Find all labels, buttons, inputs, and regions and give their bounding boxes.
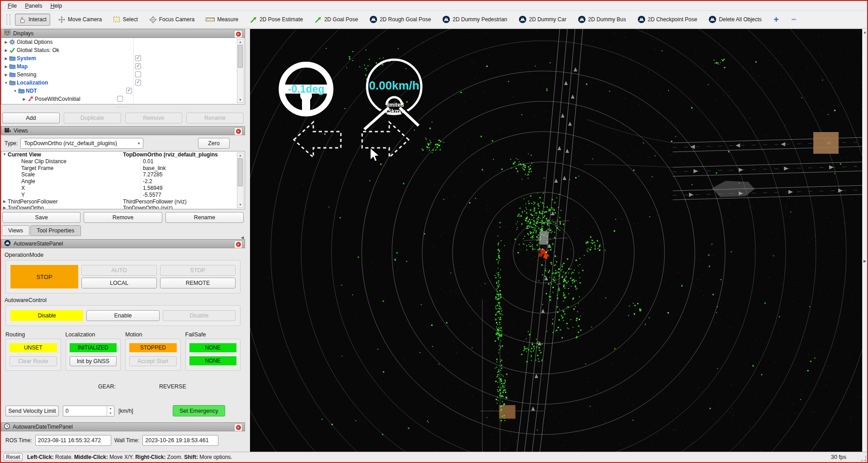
- zero-button[interactable]: Zero: [198, 138, 230, 149]
- tool-2d-dummy-car-button[interactable]: 2D Dummy Car: [515, 13, 570, 26]
- enable-checkbox[interactable]: [135, 55, 141, 61]
- datetime-panel-titlebar[interactable]: AutowareDateTimePanel: [1, 422, 245, 431]
- expander-icon[interactable]: ▶: [1, 198, 8, 205]
- scrollbar[interactable]: ▲▼: [237, 152, 244, 208]
- scroll-up-icon[interactable]: ▲: [237, 153, 243, 158]
- spinner-buttons[interactable]: [107, 406, 114, 416]
- splitter-handle[interactable]: [1, 104, 245, 109]
- spin-down-icon[interactable]: [107, 411, 114, 416]
- spin-up-icon[interactable]: [107, 406, 114, 411]
- dock-arrow-up-icon[interactable]: ▲: [863, 31, 867, 34]
- view-property-near-clip-distance[interactable]: Near Clip Distance0.01: [1, 158, 245, 165]
- expander-icon[interactable]: ▶: [3, 40, 9, 44]
- scroll-track[interactable]: [237, 158, 243, 202]
- view-property-angle[interactable]: Angle-2.2: [1, 178, 245, 185]
- tool-2d-goal-pose-button[interactable]: 2D Goal Pose: [311, 14, 362, 26]
- tool-2d-dummy-pedestrian-button[interactable]: 2D Dummy Pedestrian: [439, 13, 511, 26]
- dock-collapse-left-icon[interactable]: ◀: [241, 236, 244, 240]
- expander-icon[interactable]: ▶: [3, 48, 9, 52]
- init-by-gnss-button[interactable]: Init by GNSS: [70, 356, 117, 366]
- state-panel-titlebar[interactable]: AutowareStatePanel: [1, 239, 245, 248]
- property-value[interactable]: 7.27285: [141, 171, 245, 178]
- velocity-limit-input[interactable]: 0: [63, 406, 114, 416]
- expander-icon[interactable]: ▼: [1, 151, 8, 158]
- enable-checkbox[interactable]: [117, 96, 123, 102]
- displays-close-button[interactable]: [234, 30, 242, 38]
- tool-delete-all-objects-button[interactable]: Delete All Objects: [705, 13, 765, 26]
- scroll-track[interactable]: [237, 45, 243, 97]
- display-row-global-status-ok[interactable]: ▶Global Status: Ok: [1, 46, 245, 54]
- tool-2d-dummy-bus-button[interactable]: 2D Dummy Bus: [574, 13, 630, 26]
- remote-mode-button[interactable]: REMOTE: [160, 278, 236, 288]
- tool-focus-camera-button[interactable]: Focus Camera: [146, 14, 198, 26]
- tool-move-camera-button[interactable]: Move Camera: [54, 14, 105, 26]
- scroll-thumb[interactable]: [238, 158, 243, 186]
- property-value[interactable]: base_link: [141, 165, 245, 172]
- property-value[interactable]: -5.5577: [141, 192, 245, 198]
- expander-icon[interactable]: ▼: [12, 89, 18, 93]
- view-property-x[interactable]: X1.56949: [1, 185, 245, 192]
- expander-icon[interactable]: ▶: [1, 205, 8, 209]
- wall-time-field[interactable]: 2023-10-26 19:18:53.461: [142, 435, 218, 446]
- menu-file[interactable]: File: [4, 2, 21, 10]
- scroll-down-icon[interactable]: ▼: [237, 202, 243, 208]
- 3d-viewport[interactable]: -0.1deg0.00km/hlimited15km/h: [250, 29, 862, 452]
- enable-checkbox[interactable]: [126, 88, 132, 94]
- tool-interact-button[interactable]: Interact: [15, 14, 50, 26]
- set-emergency-button[interactable]: Set Emergency: [173, 405, 225, 416]
- scrollbar[interactable]: ▲▼: [237, 39, 244, 103]
- tool-2d-rough-goal-pose-button[interactable]: 2D Rough Goal Pose: [366, 13, 434, 26]
- view-property-topdownortho[interactable]: ▶TopDownOrthoTopDownOrtho (rviz): [1, 205, 245, 209]
- view-property-thirdpersonfollower[interactable]: ▶ThirdPersonFollowerThirdPersonFollower …: [1, 198, 245, 205]
- view-property-target-frame[interactable]: Target Framebase_link: [1, 165, 245, 172]
- property-value[interactable]: -2.2: [141, 178, 245, 185]
- tool--button[interactable]: [769, 14, 783, 25]
- view-type-dropdown[interactable]: TopDownOrtho (rviz_default_plugins): [20, 138, 143, 149]
- enable-checkbox[interactable]: [135, 71, 141, 77]
- scroll-thumb[interactable]: [238, 45, 243, 68]
- tool-measure-button[interactable]: Measure: [202, 14, 242, 25]
- property-value[interactable]: ThirdPersonFollower (rviz): [121, 198, 245, 205]
- menu-panels[interactable]: Panels: [21, 2, 46, 10]
- local-mode-button[interactable]: LOCAL: [81, 278, 157, 288]
- display-row-system[interactable]: ▶System: [1, 54, 245, 62]
- displays-panel-titlebar[interactable]: Displays: [1, 29, 245, 38]
- datetime-close-button[interactable]: [234, 424, 242, 431]
- display-row-ndt[interactable]: ▼NDT: [1, 87, 245, 95]
- tab-views[interactable]: Views: [2, 225, 29, 236]
- expander-icon[interactable]: ▶: [3, 57, 9, 61]
- display-row-global-options[interactable]: ▶Global Options: [1, 38, 245, 46]
- state-close-button[interactable]: [234, 241, 242, 248]
- views-close-button[interactable]: [234, 128, 242, 135]
- view-property-scale[interactable]: Scale7.27285: [1, 171, 245, 178]
- property-value[interactable]: 0.01: [141, 158, 245, 165]
- display-row-sensing[interactable]: ▶Sensing: [1, 71, 245, 79]
- view-property-current-view[interactable]: ▼Current ViewTopDownOrtho (rviz_default_…: [1, 151, 245, 158]
- send-velocity-limit-button[interactable]: Send Velocity Limit: [5, 406, 59, 416]
- property-value[interactable]: TopDownOrtho (rviz_default_plugins: [121, 151, 245, 158]
- enable-checkbox[interactable]: [135, 63, 141, 69]
- expander-icon[interactable]: ▶: [21, 97, 27, 101]
- scroll-up-icon[interactable]: ▲: [237, 39, 243, 45]
- expander-icon[interactable]: ▶: [3, 65, 9, 69]
- tool-2d-checkpoint-pose-button[interactable]: 2D Checkpoint Pose: [634, 13, 701, 26]
- tool--button[interactable]: [787, 14, 801, 25]
- display-row-localization[interactable]: ▼Localization: [1, 79, 245, 87]
- dock-collapse-right-icon[interactable]: ▶: [863, 260, 866, 263]
- tab-tool-properties[interactable]: Tool Properties: [30, 225, 80, 236]
- add-button[interactable]: Add: [2, 113, 60, 123]
- enable-control-button[interactable]: Enable: [86, 310, 159, 321]
- property-value[interactable]: TopDownOrtho (rviz): [121, 205, 245, 209]
- tool-2d-pose-estimate-button[interactable]: 2D Pose Estimate: [246, 14, 307, 26]
- expander-icon[interactable]: ▼: [3, 81, 9, 85]
- views-panel-titlebar[interactable]: Views: [1, 126, 245, 135]
- tool-select-button[interactable]: Select: [109, 14, 141, 25]
- reset-button[interactable]: Reset: [4, 453, 23, 461]
- ros-time-field[interactable]: 2023-08-11 16:55:32.472: [35, 435, 111, 446]
- enable-checkbox[interactable]: [135, 80, 141, 85]
- save-view-button[interactable]: Save: [2, 212, 80, 223]
- display-row-map[interactable]: ▶Map: [1, 62, 245, 71]
- rename-view-button[interactable]: Rename: [165, 212, 244, 223]
- toolbar-drag-handle[interactable]: [6, 14, 10, 25]
- menu-help[interactable]: Help: [46, 2, 66, 10]
